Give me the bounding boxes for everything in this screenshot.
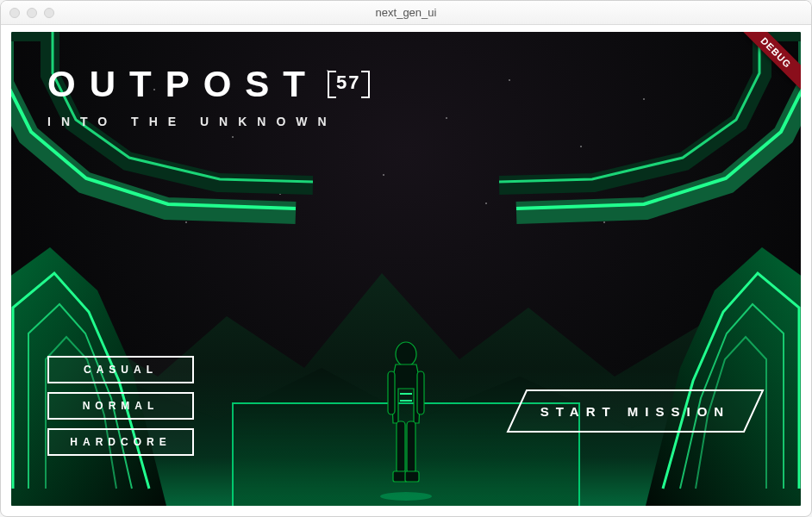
title-block: OUTPOST 57 INTO THE UNKNOWN: [47, 66, 366, 128]
window-traffic-lights: [9, 8, 54, 18]
traffic-zoom-icon[interactable]: [44, 8, 54, 18]
start-mission-button[interactable]: START MISSION: [506, 389, 765, 433]
app-window: next_gen_ui: [0, 0, 812, 517]
title-main-text: OUTPOST: [47, 66, 319, 103]
pylon-right: [637, 230, 801, 506]
difficulty-label: HARDCORE: [70, 436, 171, 448]
start-mission-label: START MISSION: [540, 404, 730, 419]
svg-rect-1: [397, 421, 405, 473]
hero-character: [367, 337, 445, 501]
window-titlebar: next_gen_ui: [1, 1, 811, 25]
difficulty-hardcore[interactable]: HARDCORE: [47, 428, 194, 456]
svg-rect-6: [417, 371, 424, 414]
svg-point-0: [396, 342, 416, 366]
difficulty-label: CASUAL: [84, 364, 158, 376]
difficulty-casual[interactable]: CASUAL: [47, 356, 194, 383]
difficulty-normal[interactable]: NORMAL: [47, 392, 194, 420]
svg-rect-2: [407, 421, 415, 473]
game-title: OUTPOST 57: [47, 66, 366, 103]
svg-rect-4: [405, 471, 419, 482]
difficulty-list: CASUAL NORMAL HARDCORE: [47, 356, 194, 456]
difficulty-label: NORMAL: [83, 400, 159, 412]
start-mission-wrap: START MISSION: [506, 389, 765, 433]
traffic-close-icon[interactable]: [9, 8, 20, 18]
title-number: 57: [331, 71, 365, 95]
traffic-minimize-icon[interactable]: [27, 8, 37, 18]
frame-arc-right: [499, 32, 801, 256]
window-title: next_gen_ui: [1, 6, 811, 19]
svg-point-7: [380, 492, 432, 501]
game-viewport: DEBUG OUTPOST 57 INTO THE UNKNOWN CASUAL…: [11, 32, 801, 506]
svg-rect-5: [388, 371, 395, 414]
game-subtitle: INTO THE UNKNOWN: [47, 115, 366, 128]
